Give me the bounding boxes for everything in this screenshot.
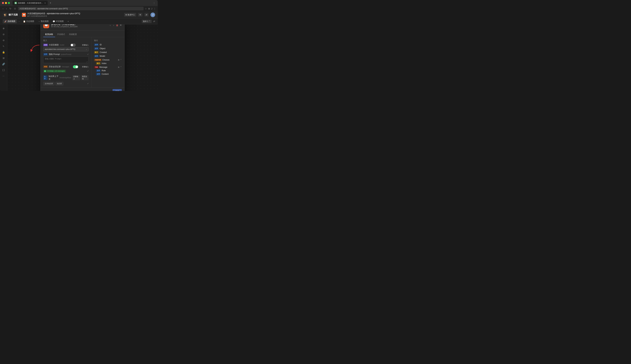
modal-overlay: 💬 多轮对话（大语言模型） ID: llm:chat_completions_B…: [7, 24, 158, 91]
flowview-more[interactable]: ···: [18, 20, 21, 23]
flowview-label: 流程视图: [8, 20, 15, 23]
browser-menu-button[interactable]: ⋮: [152, 2, 156, 4]
knowledge-name: 知识库上下文: [48, 75, 59, 80]
settings-icon[interactable]: ⊞: [148, 8, 150, 10]
system-prompt-tag: 文字: [43, 53, 48, 56]
expand-prompt-icon[interactable]: ⤢: [87, 53, 88, 56]
maximize-button[interactable]: [8, 2, 10, 4]
sidebar-link[interactable]: 🔗: [1, 62, 6, 67]
bookmark-icon[interactable]: ☆: [145, 8, 147, 10]
system-prompt-hint: systemPrompt: [61, 54, 71, 55]
knowledge-sub1[interactable]: 文本知识库: [43, 82, 54, 86]
minimize-button[interactable]: [5, 2, 7, 4]
workflow-value: 工作流输入 的 messages: [46, 70, 65, 72]
modal-body: 输入 选项 大语言模型 model 变量输: [40, 37, 124, 87]
modal-tab-advanced-label: 高级配置: [69, 33, 77, 36]
version-button[interactable]: 版本 1 ⌃: [142, 20, 152, 23]
modal-close-button[interactable]: ✕: [120, 24, 122, 27]
toolbar: 🚀 流程视图 ··· 📋 日志视图 → 预览视图 💬 对话视图 + 版本 1 ⌃…: [0, 18, 158, 24]
close-button[interactable]: [2, 2, 4, 4]
output-id-tag: 文字: [94, 44, 99, 46]
output-created-field: 数字 Created: [94, 51, 122, 54]
knowledge-field: 文字 知识库上下文 knowledgeBase 变量输入 预置选项 文本知识库 …: [43, 75, 88, 86]
knowledge-btn1[interactable]: 变量输入: [72, 75, 80, 80]
tab-flowview[interactable]: 🚀 流程视图: [3, 19, 17, 24]
chatview-label: 对话视图: [56, 20, 64, 23]
model-toggle-label: 变量输入: [82, 44, 88, 46]
model-toggle[interactable]: [70, 44, 76, 46]
modal-dialog: 💬 多轮对话（大语言模型） ID: llm:chat_completions_B…: [40, 24, 124, 91]
add-tab-button[interactable]: +: [66, 20, 70, 23]
knowledge-btn2[interactable]: 预置选项: [81, 75, 88, 80]
sidebar-more[interactable]: ···: [1, 73, 6, 78]
sidebar-code[interactable]: { }: [1, 67, 6, 72]
expand-icon[interactable]: ⇄: [153, 20, 155, 22]
address-input[interactable]: [18, 7, 144, 10]
integration-center-button[interactable]: ⊞ 集成中心: [124, 13, 136, 17]
profile-icon[interactable]: J: [151, 8, 152, 10]
sidebar-lock[interactable]: 🔒: [1, 50, 6, 55]
extensions-icon[interactable]: ⋮: [154, 8, 156, 10]
output-object-name: Object: [100, 47, 106, 50]
tab-logview[interactable]: 📋 日志视图: [22, 19, 36, 24]
modal-tab-config-label: 配置参数: [45, 33, 53, 36]
sidebar-grid[interactable]: ⊞: [1, 56, 6, 61]
header-right: ⊞ 集成中心 ⚙ ⇄ J: [124, 12, 155, 17]
address-bar: ‹ › ↻ ⊙ ☆ ⊞ J ⋮: [0, 6, 158, 11]
modal-tab-config[interactable]: 配置参数: [43, 32, 55, 37]
tab-preview[interactable]: → 预览视图: [36, 19, 50, 24]
sidebar-select[interactable]: ⊘: [1, 32, 6, 37]
choices-section: 对象列表 Choices ⊕ ⌃ 数字: [94, 59, 122, 65]
translate-button[interactable]: ⇄: [144, 13, 148, 16]
select-arrow-icon: ⌄: [86, 48, 87, 50]
modal-delete-button[interactable]: 🗑: [116, 24, 118, 26]
modal-next-button[interactable]: ›: [112, 24, 115, 27]
sidebar-zoom-out[interactable]: ⊖: [1, 38, 6, 43]
content-tag: 文字: [96, 73, 101, 76]
refresh-button[interactable]: ↻: [9, 7, 12, 10]
modal-tab-advanced[interactable]: 高级配置: [67, 32, 79, 37]
sidebar-zoom-in[interactable]: ⊕: [1, 26, 6, 31]
project-title: 大语言模型多轮对话 - alpindale/c4ai-command-r-plu…: [27, 12, 80, 15]
new-tab-button[interactable]: +: [50, 2, 51, 4]
save-button[interactable]: 保存: [112, 89, 122, 91]
output-created-tag: 数字: [94, 51, 99, 54]
message-copy-button[interactable]: ⊕: [118, 66, 120, 68]
main-area: ⊕ ⊘ ⊖ ↖ 🔒 ⊞ 🔗 { } ···: [0, 24, 158, 91]
tab-chatview[interactable]: 💬 对话视图: [51, 19, 65, 24]
history-field: 对话 历史会话记录 messages 变量输入: [43, 65, 88, 73]
knowledge-expand-icon[interactable]: ⤢: [87, 82, 88, 85]
choices-expand-button[interactable]: ⌃: [120, 59, 122, 61]
left-sidebar: ⊕ ⊘ ⊖ ↖ 🔒 ⊞ 🔗 { } ···: [0, 24, 7, 91]
browser-tab[interactable]: 🔄 流程视图 - 大语言模型多轮对... ✕: [12, 1, 48, 5]
modal-tab-dev[interactable]: 开发模式: [55, 32, 67, 37]
grid-icon: ⊞: [126, 14, 127, 16]
choices-copy-button[interactable]: ⊕: [118, 59, 120, 61]
back-button[interactable]: ‹: [2, 7, 4, 10]
index-tag: 数字: [96, 62, 101, 65]
system-prompt-field: 文字 预制 Prompt systemPrompt ⤢ ⤢: [43, 53, 88, 64]
output-model-name: Model: [100, 55, 105, 57]
message-expand-button[interactable]: ⌃: [120, 66, 122, 68]
system-prompt-input[interactable]: [43, 56, 88, 63]
user-avatar[interactable]: J: [150, 12, 155, 17]
sidebar-cursor[interactable]: ↖: [1, 44, 6, 49]
modal-prev-button[interactable]: ‹: [109, 24, 112, 27]
app-container: 🐒 猴子无限 💬 大语言模型多轮对话 - alpindale/c4ai-comm…: [0, 11, 158, 91]
model-field-label: 选项 大语言模型 model 变量输入: [43, 44, 88, 46]
index-name: Index: [102, 62, 106, 64]
history-toggle[interactable]: [73, 65, 78, 68]
modal-tabs: 配置参数 开发模式 高级配置: [40, 31, 124, 37]
forward-button[interactable]: ›: [6, 7, 8, 10]
logview-icon: 📋: [23, 20, 26, 22]
flowview-icon: 🚀: [4, 20, 7, 22]
model-select[interactable]: alpindale/c4ai-command-r-plus-GPTQ ⌄: [43, 47, 88, 51]
output-object-tag: 文字: [94, 47, 99, 50]
tab-close-button[interactable]: ✕: [44, 2, 46, 4]
modal-header: 💬 多轮对话（大语言模型） ID: llm:chat_completions_B…: [40, 24, 124, 31]
settings-button[interactable]: ⚙: [138, 13, 142, 16]
knowledge-sub2[interactable]: 知识库: [56, 82, 63, 86]
home-button: ⊙: [13, 7, 17, 10]
model-tag: 选项: [43, 44, 48, 46]
history-expand-icon[interactable]: ⤢: [87, 70, 88, 72]
